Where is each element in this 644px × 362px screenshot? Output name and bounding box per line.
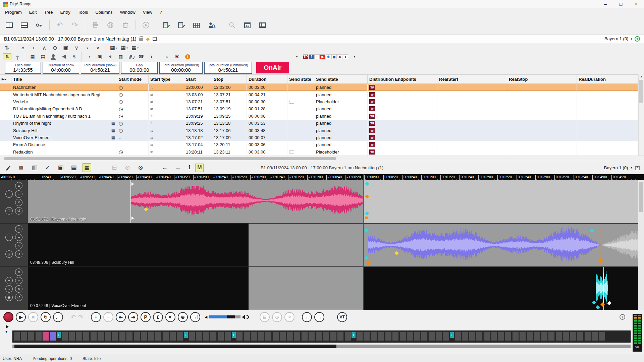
- record-button[interactable]: [3, 312, 13, 322]
- overview-item[interactable]: [498, 332, 504, 341]
- overview-item[interactable]: [203, 332, 210, 341]
- zoom-out-button[interactable]: −: [15, 190, 22, 198]
- table-vertical-scrollbar[interactable]: ▲: [638, 74, 644, 156]
- overview-scrollbar[interactable]: [0, 344, 644, 349]
- menu-tree[interactable]: Tree: [40, 8, 56, 16]
- goto-end-button[interactable]: ⇥: [128, 312, 138, 322]
- table-horizontal-scrollbar[interactable]: [0, 156, 644, 161]
- splitter-arrow-icon[interactable]: [6, 325, 9, 328]
- overview-item[interactable]: [35, 332, 42, 341]
- add-show-button[interactable]: +: [635, 36, 640, 42]
- phone-button[interactable]: ☎: [137, 53, 146, 60]
- overview-item[interactable]: [272, 332, 279, 341]
- move-down-button[interactable]: ∨: [72, 44, 81, 52]
- chevron-down-icon[interactable]: ▾: [631, 37, 632, 41]
- levels-button[interactable]: ▥: [30, 163, 39, 172]
- close-editor-button[interactable]: ⊗: [136, 163, 145, 172]
- menu-window[interactable]: Window: [116, 8, 139, 16]
- volume-envelope-line[interactable]: [131, 185, 363, 186]
- overview-item[interactable]: [378, 332, 384, 341]
- overview-item[interactable]: [155, 332, 162, 341]
- chevron-down-icon[interactable]: ▾: [631, 166, 632, 169]
- overview-item[interactable]: [177, 332, 183, 341]
- overview-item[interactable]: [119, 332, 126, 341]
- expand-all-button[interactable]: »: [165, 312, 175, 322]
- onair-button[interactable]: OnAir: [256, 62, 289, 73]
- overview-item[interactable]: [258, 332, 265, 341]
- overview-item[interactable]: [61, 332, 68, 341]
- move-button[interactable]: ↔: [5, 285, 13, 293]
- start-flag-marker[interactable]: [131, 217, 134, 220]
- announce-button[interactable]: [59, 53, 68, 60]
- layout-horizontal-button[interactable]: [18, 19, 31, 32]
- scroll-thumb[interactable]: [4, 157, 336, 160]
- crosshair-button[interactable]: ⊕: [5, 250, 13, 258]
- overview-item[interactable]: [555, 332, 562, 341]
- microphone-button[interactable]: [126, 53, 135, 60]
- overview-item[interactable]: [421, 332, 428, 341]
- overview-item[interactable]: [265, 332, 272, 341]
- overview-item[interactable]: [323, 332, 329, 341]
- status-diamond-icon[interactable]: ◆: [146, 36, 150, 42]
- column-header[interactable]: RealStop: [507, 75, 577, 83]
- overview-item[interactable]: [562, 332, 569, 341]
- tp-icon[interactable]: TP: [303, 54, 308, 59]
- editor-vertical-scrollbar[interactable]: [638, 180, 644, 310]
- delete-item-button[interactable]: ×: [15, 199, 22, 206]
- column-header[interactable]: ▶▸: [0, 75, 11, 83]
- table-row[interactable]: TO / B1 am Mi Nachmittag / kurz nach 1◷≈…: [0, 113, 644, 120]
- loop-button[interactable]: ↻: [41, 312, 51, 322]
- menu-view[interactable]: View: [139, 8, 156, 16]
- table-row[interactable]: B1 Vormittag/Mittag Openerbett 3 D◷≈13:0…: [0, 105, 644, 112]
- voicetrack-button[interactable]: VT: [337, 312, 347, 322]
- edit-entry-button[interactable]: [160, 19, 173, 32]
- overview-item[interactable]: [577, 332, 584, 341]
- menu-program[interactable]: Program: [1, 8, 25, 16]
- cartwall-button[interactable]: [190, 19, 203, 32]
- layout-vertical-button[interactable]: [3, 19, 15, 32]
- contacts-button[interactable]: [49, 53, 58, 60]
- overview-item[interactable]: [251, 332, 257, 341]
- scroll-thumb[interactable]: [639, 80, 643, 103]
- goto-start-button[interactable]: ⇤: [116, 312, 126, 322]
- overview-item[interactable]: [50, 332, 56, 341]
- notes-button[interactable]: ♫: [162, 53, 171, 60]
- goto-last-button[interactable]: »: [94, 44, 102, 52]
- playhead[interactable]: [363, 174, 364, 310]
- zoom-selection-button[interactable]: £: [153, 312, 163, 322]
- info-icon[interactable]: i: [620, 314, 625, 320]
- overview-item[interactable]: [371, 332, 377, 341]
- overview-item[interactable]: [462, 332, 468, 341]
- overview-item[interactable]: [112, 332, 118, 341]
- overview-item[interactable]: [591, 332, 598, 341]
- table-row[interactable]: Wetterbett MIT Nachrichtenstinger nach R…: [0, 91, 644, 98]
- calendar-button[interactable]: 31: [241, 19, 254, 32]
- track-menu-button[interactable]: ≡: [15, 268, 22, 276]
- overview-item[interactable]: [344, 332, 351, 341]
- back-button[interactable]: ←: [302, 312, 312, 322]
- overview-item[interactable]: [141, 332, 147, 341]
- overview-item[interactable]: [196, 332, 202, 341]
- overview-item[interactable]: [469, 332, 476, 341]
- metronome-button[interactable]: ♩: [53, 312, 63, 322]
- multitrack-button[interactable]: ▦: [83, 163, 91, 172]
- goto-first-button[interactable]: «: [18, 44, 27, 52]
- overview-item[interactable]: [301, 332, 308, 341]
- overview-item[interactable]: [21, 332, 28, 341]
- column-header[interactable]: Start: [184, 75, 212, 83]
- overview-item[interactable]: [454, 332, 461, 341]
- table-row[interactable]: Solsbury Hill▦◷≈13:13:1813:17:0600:03:48…: [0, 127, 644, 134]
- scroll-thumb[interactable]: [14, 345, 336, 348]
- overview-item[interactable]: [570, 332, 577, 341]
- status-square-icon[interactable]: [153, 37, 157, 41]
- overview-item[interactable]: [316, 332, 322, 341]
- overview-item[interactable]: [42, 332, 49, 341]
- insert-block2-button[interactable]: ▦∨: [120, 44, 129, 52]
- overview-item[interactable]: [126, 332, 133, 341]
- maximize-button[interactable]: □: [613, 0, 629, 8]
- item-start-line[interactable]: [130, 180, 131, 223]
- move-up-button[interactable]: ∧: [40, 44, 49, 52]
- overview-item[interactable]: [435, 332, 442, 341]
- minimize-button[interactable]: –: [598, 0, 613, 8]
- volume-slider[interactable]: [209, 315, 240, 318]
